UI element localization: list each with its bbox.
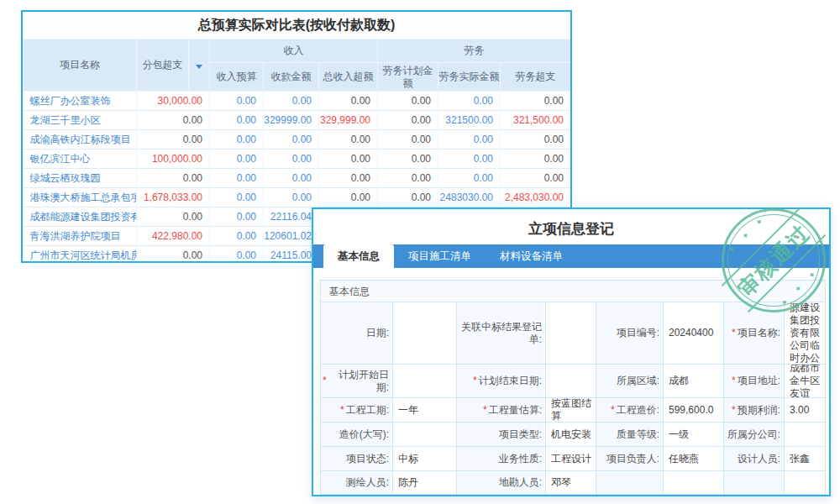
amount-cell: 2,483,030.00 (501, 188, 571, 207)
col-header-receipt-amount: 收款金额 (264, 63, 319, 92)
sort-caret-icon[interactable] (189, 39, 210, 92)
field-label: *工程工期: (321, 398, 393, 423)
project-name-link[interactable]: 港珠澳大桥施工总承包项目 (24, 188, 137, 207)
amount-cell[interactable]: 0.00 (210, 150, 264, 169)
project-registration-window: 立项信息登记 基本信息 项目施工清单 材料设备清单 基本信息 日期:关联中标结果… (312, 207, 831, 496)
field-value[interactable] (546, 302, 596, 365)
project-name-link[interactable]: 广州市天河区统计局机房改造 (24, 246, 137, 264)
tab-material-equipment-list[interactable]: 材料设备清单 (486, 244, 577, 268)
project-name-link[interactable]: 成都能源建设集团投资有限公司 (24, 207, 137, 227)
required-asterisk: * (732, 327, 736, 339)
field-value[interactable] (546, 365, 596, 398)
field-label: 日期: (321, 302, 393, 365)
project-name-link[interactable]: 成渝高铁内江标段项目 (24, 130, 137, 150)
amount-cell: 30,000.00 (137, 92, 210, 111)
amount-cell: 0.00 (501, 130, 571, 150)
table-row: 成渝高铁内江标段项目0.000.000.000.000.000.000.00 (24, 130, 571, 150)
field-value[interactable]: 按蓝图结算 (546, 398, 596, 423)
field-value[interactable]: 中标 (393, 447, 457, 471)
amount-cell[interactable]: 0.00 (210, 92, 264, 111)
amount-cell: 329,999.00 (319, 111, 378, 130)
table-row: 绿城云栖玫瑰园0.000.000.000.000.000.000.00 (24, 169, 571, 188)
tab-construction-list[interactable]: 项目施工清单 (394, 244, 486, 268)
col-header-subcontract-over[interactable]: 分包超支 (137, 39, 189, 92)
col-header-project: 项目名称 (24, 39, 137, 92)
col-group-labor: 劳务 (378, 39, 571, 63)
field-value[interactable]: 成都能源建设集团投资有限公司临时办公场所 (785, 302, 825, 365)
field-value[interactable]: 工程设计 (546, 447, 596, 471)
basic-info-section-title: 基本信息 (321, 281, 825, 302)
amount-cell[interactable]: 0.00 (438, 92, 501, 111)
amount-cell: 0.00 (319, 169, 378, 188)
table-row: 龙湖三千里小区0.000.00329999.00329,999.000.0032… (24, 111, 571, 130)
field-value[interactable] (393, 365, 457, 398)
field-label: 业务性质: (457, 447, 546, 471)
project-name-link[interactable]: 银亿滨江中心 (24, 150, 137, 169)
amount-cell: 0.00 (378, 92, 438, 111)
field-value[interactable]: 20240400 (664, 302, 724, 365)
amount-cell[interactable]: 0.00 (210, 111, 264, 130)
field-value[interactable]: 邓琴 (546, 471, 596, 495)
field-value[interactable]: 张鑫 (785, 447, 825, 471)
amount-cell[interactable]: 0.00 (210, 227, 264, 246)
field-label: 项目类型: (457, 423, 546, 447)
project-name-link[interactable]: 龙湖三千里小区 (24, 111, 137, 130)
amount-cell[interactable]: 0.00 (210, 169, 264, 188)
field-label: 项目编号: (596, 302, 664, 365)
amount-cell[interactable]: 0.00 (264, 169, 319, 188)
form-grid: 日期:关联中标结果登记单:项目编号:20240400*项目名称:成都能源建设集团… (321, 302, 825, 495)
empty-cell (596, 471, 664, 495)
amount-cell[interactable]: 0.00 (210, 246, 264, 264)
amount-cell[interactable]: 0.00 (438, 150, 501, 169)
amount-cell[interactable]: 0.00 (264, 150, 319, 169)
field-value[interactable]: 成都 (664, 365, 724, 398)
field-value[interactable]: 陈丹 (393, 471, 457, 495)
field-value[interactable]: 成都市金牛区友谊 (785, 365, 825, 398)
field-value[interactable]: 3.00 (785, 398, 825, 423)
amount-cell[interactable]: 2483030.00 (438, 188, 501, 207)
amount-cell[interactable]: 0.00 (438, 130, 501, 150)
amount-cell[interactable]: 0.00 (210, 207, 264, 227)
amount-cell[interactable]: 0.00 (210, 130, 264, 150)
field-label: *工程量估算: (457, 398, 546, 423)
tab-basic-info[interactable]: 基本信息 (323, 244, 394, 268)
project-name-link[interactable]: 青海洪湖养护院项目 (24, 227, 137, 246)
field-label: *预期利润: (724, 398, 785, 423)
amount-cell: 0.00 (501, 150, 571, 169)
amount-cell[interactable]: 0.00 (438, 169, 501, 188)
field-value[interactable]: 一级 (664, 423, 724, 447)
field-value[interactable]: 任晓燕 (664, 447, 724, 471)
field-value[interactable] (785, 423, 825, 447)
field-label: *工程造价: (596, 398, 664, 423)
required-asterisk: * (732, 404, 736, 417)
amount-cell[interactable]: 329999.00 (264, 111, 319, 130)
field-value[interactable]: 机电安装 (546, 423, 596, 447)
amount-cell[interactable]: 0.00 (264, 92, 319, 111)
col-header-income-budget: 收入预算 (210, 63, 264, 92)
amount-cell: 0.00 (137, 207, 210, 227)
amount-cell[interactable]: 321500.00 (438, 111, 501, 130)
amount-cell[interactable]: 120601.02 (264, 227, 319, 246)
table-row: 银亿滨江中心100,000.000.000.000.000.000.000.00 (24, 150, 571, 169)
field-value[interactable]: 一年 (393, 398, 457, 423)
field-label: *计划开始日期: (321, 365, 393, 398)
project-name-link[interactable]: 绿城云栖玫瑰园 (24, 169, 137, 188)
field-value[interactable]: 599,600.0 (664, 398, 724, 423)
field-value[interactable] (393, 423, 457, 447)
amount-cell[interactable]: 0.00 (264, 188, 319, 207)
field-value[interactable] (393, 302, 457, 365)
required-asterisk: * (611, 404, 615, 417)
amount-cell[interactable]: 0.00 (264, 130, 319, 150)
required-asterisk: * (732, 375, 736, 387)
amount-cell[interactable]: 0.00 (210, 188, 264, 207)
field-label: 质量等级: (596, 423, 664, 447)
field-label: 所属分公司: (724, 423, 785, 447)
amount-cell[interactable]: 22116.04 (264, 207, 319, 227)
amount-cell[interactable]: 24115.00 (264, 246, 319, 264)
project-name-link[interactable]: 螺丝厂办公室装饰 (24, 92, 137, 111)
field-label: 地勘人员: (457, 471, 546, 495)
amount-cell: 0.00 (319, 130, 378, 150)
field-label: *计划结束日期: (457, 365, 546, 398)
amount-cell: 0.00 (501, 92, 571, 111)
registration-window-title: 立项信息登记 (313, 219, 829, 239)
